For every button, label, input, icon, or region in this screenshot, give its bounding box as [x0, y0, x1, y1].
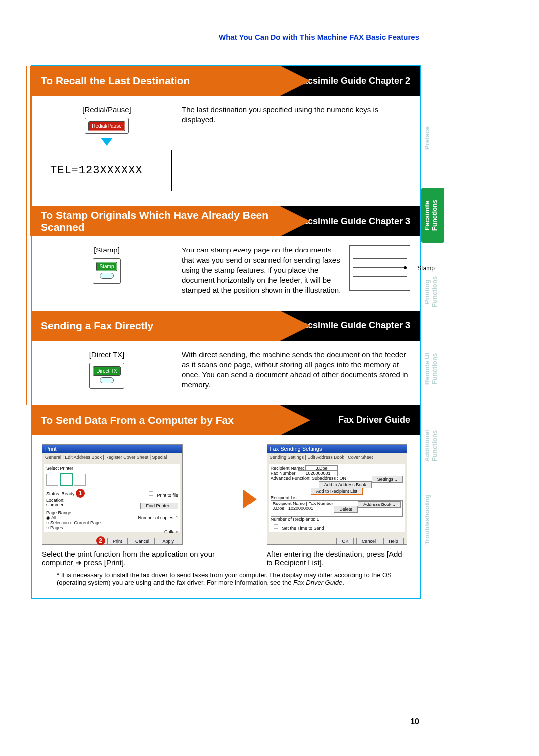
section-title: To Recall the Last Destination — [32, 66, 280, 96]
delete-button[interactable]: Delete — [334, 506, 358, 513]
comment-label: Comment: — [46, 503, 67, 507]
copies-label: Number of copies: 1 — [138, 515, 178, 520]
header-link[interactable]: What You Can Do with This Machine FAX Ba… — [219, 33, 419, 41]
set-time-label: Set the Time to Send — [282, 526, 324, 531]
tab-additional[interactable]: Additional Functions — [421, 418, 444, 473]
callout-line-2 — [26, 66, 27, 405]
section-send-body: Print General | Edit Address Book | Regi… — [32, 435, 420, 598]
tab-troubleshooting[interactable]: Troubleshooting — [421, 495, 444, 550]
subaddress-val: Subaddress : ON — [312, 476, 346, 481]
collate-label: Collate — [164, 529, 178, 534]
dialog-tabs: General | Edit Address Book | Register C… — [42, 453, 182, 462]
find-printer-button[interactable]: Find Printer... — [140, 503, 178, 509]
print-dialog: Print General | Edit Address Book | Regi… — [42, 444, 183, 545]
print-to-file-checkbox[interactable] — [149, 491, 153, 496]
direct-tx-button[interactable]: Direct TX — [89, 363, 124, 389]
cancel-button[interactable]: Cancel — [356, 538, 381, 545]
row-name: J.Doe — [273, 506, 285, 511]
dialog-tabs: Sending Settings | Edit Address Book | C… — [267, 453, 407, 462]
section-text: You can stamp every page on the document… — [182, 246, 341, 294]
key-label: [Direct TX] — [42, 350, 172, 360]
advanced-label: Advanced Function: — [271, 476, 311, 481]
section-stamp-header: To Stamp Originals Which Have Already Be… — [32, 206, 420, 236]
col-recipient: Recipient Name — [273, 501, 305, 506]
section-direct-header: Sending a Fax Directly Facsimile Guide C… — [32, 311, 420, 341]
direct-tx-pill: Direct TX — [93, 366, 121, 376]
key-label: [Redial/Pause] — [42, 105, 172, 115]
all-radio[interactable]: All — [51, 515, 56, 520]
address-book-button[interactable]: Address Book... — [358, 501, 401, 508]
fax-settings-dialog: Fax Sending Settings Sending Settings | … — [267, 444, 407, 545]
collate-checkbox[interactable] — [156, 528, 160, 532]
add-recipient-list-button[interactable]: Add to Recipient List — [311, 488, 363, 495]
cancel-button[interactable]: Cancel — [130, 538, 155, 545]
section-stamp-body: [Stamp] Stamp Stamp You can stamp every … — [32, 236, 420, 310]
col-fax: Fax Number — [308, 501, 333, 506]
lcd-display: TEL=123XXXXXX — [42, 150, 172, 192]
footnote: * It is necessary to install the fax dri… — [42, 567, 410, 598]
current-radio[interactable]: Current Page — [74, 520, 101, 525]
page-number: 10 — [410, 717, 419, 726]
dialog-title: Print — [42, 445, 182, 453]
section-text: With direct sending, the machine sends t… — [182, 350, 410, 390]
arrow-down-icon — [101, 138, 113, 146]
tab-remote[interactable]: Remote UI Functions — [421, 341, 444, 396]
stamp-button[interactable]: Stamp — [93, 258, 121, 284]
recipient-list-label: Recipient List: — [271, 495, 403, 500]
redial-pause-button[interactable]: Redial/Pause — [85, 118, 128, 134]
fax-number-label: Fax Number: — [271, 471, 297, 476]
section-title: To Send Data From a Computer by Fax — [32, 405, 280, 435]
select-printer-label: Select Printer — [46, 466, 178, 471]
num-recipients: Number of Recipients: 1 — [271, 517, 403, 522]
section-recall-header: To Recall the Last Destination Facsimile… — [32, 66, 420, 96]
tab-facsimile[interactable]: Facsimile Functions — [421, 188, 444, 243]
print-to-file-label: Print to file — [157, 493, 178, 498]
step-2-badge: 2 — [96, 536, 105, 545]
content-frame: To Recall the Last Destination Facsimile… — [31, 65, 421, 599]
section-direct-body: [Direct TX] Direct TX With direct sendin… — [32, 341, 420, 405]
stamp-pill: Stamp — [96, 262, 118, 272]
set-time-checkbox[interactable] — [274, 524, 278, 529]
pages-radio[interactable]: Pages: — [50, 525, 64, 530]
step-1-badge: 1 — [76, 489, 85, 498]
section-title: Sending a Fax Directly — [32, 311, 280, 341]
selected-printer-icon — [60, 473, 73, 486]
caption-1: Select the print function from the appli… — [42, 550, 233, 567]
ok-button[interactable]: OK — [336, 538, 354, 545]
settings-button[interactable]: Settings... — [372, 476, 403, 483]
page-range-label: Page Range — [46, 510, 178, 515]
apply-button[interactable]: Apply — [157, 538, 179, 545]
help-button[interactable]: Help — [383, 538, 404, 545]
add-address-book-button[interactable]: Add to Address Book — [319, 481, 372, 488]
side-tabs: Preface Facsimile Functions Printing Fun… — [421, 111, 444, 550]
tab-printing[interactable]: Printing Functions — [421, 264, 444, 319]
stamp-diagram: Stamp — [349, 245, 410, 291]
caption-2: After entering the destination, press [A… — [267, 550, 410, 567]
selection-radio[interactable]: Selection — [50, 520, 69, 525]
status-label: Status: Ready — [46, 491, 75, 496]
arrow-right-icon — [243, 489, 257, 509]
row-num: 1020000001 — [288, 506, 313, 511]
section-text: The last destination you specified using… — [182, 105, 410, 191]
dialog-title: Fax Sending Settings — [267, 445, 407, 453]
tab-preface[interactable]: Preface — [421, 111, 444, 166]
redial-pause-pill: Redial/Pause — [88, 121, 125, 131]
section-send-header: To Send Data From a Computer by Fax Fax … — [32, 405, 420, 435]
section-recall-body: [Redial/Pause] Redial/Pause TEL=123XXXXX… — [32, 96, 420, 206]
print-button[interactable]: Print — [107, 538, 128, 545]
key-label: [Stamp] — [42, 245, 172, 255]
location-label: Location: — [46, 498, 178, 503]
section-title: To Stamp Originals Which Have Already Be… — [32, 206, 280, 236]
